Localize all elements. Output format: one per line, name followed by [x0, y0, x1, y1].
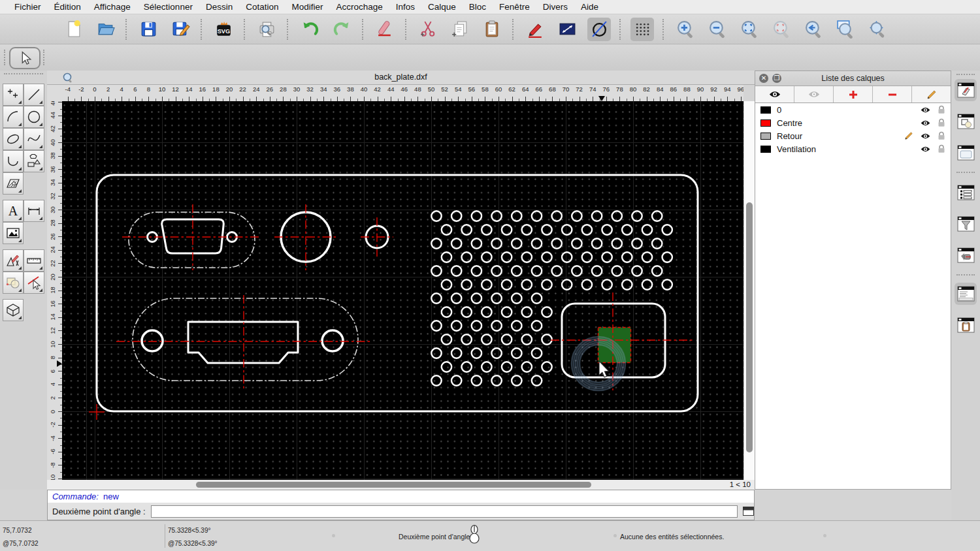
line-box-button[interactable]: [555, 18, 579, 41]
ventilation-hole[interactable]: [532, 211, 542, 221]
ventilation-hole[interactable]: [522, 334, 532, 344]
ventilation-hole[interactable]: [502, 225, 512, 234]
spline-tool-button[interactable]: [24, 128, 44, 150]
zoom-in-button[interactable]: [674, 18, 697, 41]
drawing-canvas[interactable]: [62, 101, 743, 480]
ventilation-hole[interactable]: [502, 279, 512, 289]
ventilation-hole[interactable]: [632, 266, 642, 276]
ventilation-hole[interactable]: [482, 362, 491, 371]
ventilation-hole[interactable]: [572, 238, 581, 248]
polyline-tool-button[interactable]: [3, 150, 24, 172]
ventilation-hole[interactable]: [582, 225, 592, 234]
zoom-selection-button[interactable]: [770, 18, 793, 41]
menu-selectionner[interactable]: Sélectionner: [137, 0, 199, 14]
ventilation-hole[interactable]: [472, 293, 482, 303]
ventilation-hole[interactable]: [462, 225, 472, 234]
ventilation-hole[interactable]: [512, 266, 521, 276]
select-entity-tool-button[interactable]: [24, 272, 44, 294]
ventilation-hole[interactable]: [532, 238, 542, 248]
ventilation-hole[interactable]: [462, 362, 472, 371]
ventilation-hole[interactable]: [482, 334, 491, 344]
zoom-window-button[interactable]: [834, 18, 857, 41]
ventilation-hole[interactable]: [542, 362, 551, 371]
ventilation-hole[interactable]: [451, 293, 461, 303]
plate-outline[interactable]: [97, 175, 698, 411]
ventilation-hole[interactable]: [522, 279, 532, 289]
remove-layer-button[interactable]: [873, 86, 912, 102]
ventilation-hole[interactable]: [532, 293, 542, 303]
toolbar-handle[interactable]: [43, 50, 46, 65]
ventilation-hole[interactable]: [491, 375, 501, 385]
toggle-clipboard-panel-button[interactable]: [955, 314, 977, 336]
ventilation-hole[interactable]: [552, 266, 562, 276]
ventilation-hole[interactable]: [512, 238, 521, 248]
ventilation-hole[interactable]: [562, 279, 572, 289]
zoom-out-button[interactable]: [706, 18, 729, 41]
horizontal-scrollbar-thumb[interactable]: [196, 482, 591, 488]
ventilation-hole[interactable]: [542, 225, 551, 234]
hdmi-screw-right[interactable]: [322, 330, 343, 351]
ventilation-hole[interactable]: [542, 279, 551, 289]
connector-outline[interactable]: [133, 298, 358, 381]
ventilation-hole[interactable]: [652, 238, 662, 248]
measure-tool-button[interactable]: [24, 249, 44, 272]
ventilation-hole[interactable]: [662, 279, 672, 289]
ventilation-hole[interactable]: [451, 238, 461, 248]
open-file-button[interactable]: [93, 18, 117, 41]
ventilation-hole[interactable]: [612, 266, 622, 276]
ventilation-hole[interactable]: [482, 225, 491, 234]
ventilation-hole[interactable]: [442, 225, 451, 234]
hdmi-connector[interactable]: [188, 322, 298, 363]
ventilation-hole[interactable]: [442, 279, 451, 289]
ventilation-hole[interactable]: [652, 266, 662, 276]
new-file-button[interactable]: [61, 18, 85, 41]
export-svg-button[interactable]: SVG: [212, 18, 235, 41]
layer-lock-icon[interactable]: [938, 131, 945, 140]
ventilation-hole[interactable]: [642, 279, 652, 289]
ventilation-hole[interactable]: [602, 225, 612, 234]
palette-handle[interactable]: [4, 73, 43, 82]
ventilation-hole[interactable]: [451, 348, 461, 358]
ventilation-hole[interactable]: [532, 321, 542, 330]
ventilation-hole[interactable]: [522, 362, 532, 371]
ventilation-hole[interactable]: [431, 321, 441, 330]
keyboard-toggle-button[interactable]: [742, 507, 754, 516]
menu-infos[interactable]: Infos: [389, 0, 421, 14]
ventilation-hole[interactable]: [662, 252, 672, 262]
arc-tool-button[interactable]: [3, 106, 24, 128]
layer-lock-icon[interactable]: [938, 144, 945, 153]
ventilation-hole[interactable]: [462, 307, 472, 317]
ventilation-hole[interactable]: [522, 252, 532, 262]
copy-button[interactable]: [448, 18, 472, 41]
close-panel-button[interactable]: ✕: [759, 74, 768, 83]
ventilation-hole[interactable]: [612, 211, 622, 221]
ventilation-hole[interactable]: [431, 375, 441, 385]
ventilation-hole[interactable]: [442, 362, 451, 371]
ventilation-hole[interactable]: [502, 307, 512, 317]
ventilation-hole[interactable]: [602, 279, 612, 289]
ventilation-hole[interactable]: [632, 211, 642, 221]
ventilation-hole[interactable]: [662, 225, 672, 234]
hatch-tool-button[interactable]: [3, 172, 24, 195]
ventilation-hole[interactable]: [622, 225, 632, 234]
ventilation-hole[interactable]: [652, 211, 662, 221]
layer-row-centre[interactable]: Centre: [755, 116, 951, 129]
ventilation-hole[interactable]: [602, 252, 612, 262]
ventilation-hole[interactable]: [562, 225, 572, 234]
ventilation-hole[interactable]: [482, 307, 491, 317]
hide-all-layers-button[interactable]: [794, 86, 834, 102]
layer-visible-icon[interactable]: [920, 106, 931, 114]
ventilation-hole[interactable]: [472, 266, 482, 276]
ventilation-hole[interactable]: [431, 266, 441, 276]
ventilation-hole[interactable]: [522, 225, 532, 234]
ventilation-hole[interactable]: [462, 279, 472, 289]
menu-accrochage[interactable]: Accrochage: [329, 0, 389, 14]
ventilation-hole[interactable]: [552, 238, 562, 248]
toolbar-handle[interactable]: [4, 50, 7, 65]
image-tool-button[interactable]: [3, 222, 24, 244]
ventilation-hole[interactable]: [442, 307, 451, 317]
modify-tool-button[interactable]: [3, 272, 24, 294]
ventilation-hole[interactable]: [451, 211, 461, 221]
menu-affichage[interactable]: Affichage: [88, 0, 137, 14]
menu-bloc[interactable]: Bloc: [463, 0, 493, 14]
